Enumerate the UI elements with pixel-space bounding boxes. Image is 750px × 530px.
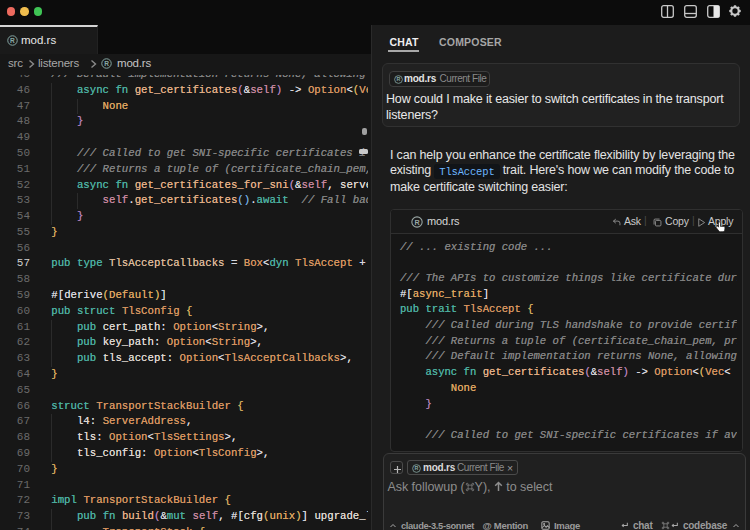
svg-text:R: R xyxy=(10,37,15,44)
svg-text:R: R xyxy=(104,60,109,67)
svg-text:R: R xyxy=(414,218,420,227)
svg-text:R: R xyxy=(396,76,400,82)
svg-text:R: R xyxy=(414,465,418,471)
